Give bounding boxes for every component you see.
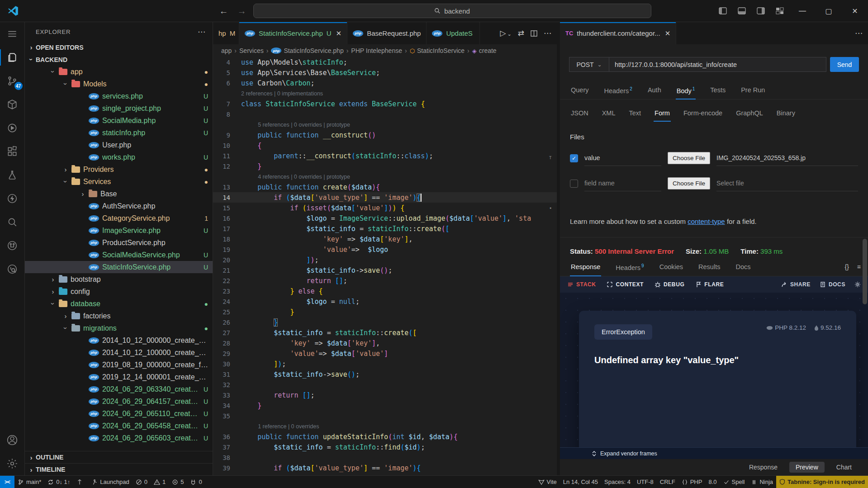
status-item-8.0[interactable]: 8.0 <box>705 476 720 488</box>
tc-tab-close-icon[interactable]: ✕ <box>665 29 671 38</box>
status-item-ln[interactable]: Ln 14, Col 45 <box>560 476 601 488</box>
activity-explorer-icon[interactable] <box>0 46 25 69</box>
tree-file-single-project-php[interactable]: phpsingle_project.phpU <box>25 102 213 114</box>
activity-thunder-client-icon[interactable] <box>0 187 25 210</box>
code-line-23[interactable]: 23 } else { <box>213 286 557 296</box>
url-input[interactable]: http://127.0.0.1:8000/api/static_info/cr… <box>609 57 826 72</box>
status-fork[interactable] <box>73 476 88 488</box>
code-line-16[interactable]: 16 $logo = ImageService::upload_image($d… <box>213 213 557 223</box>
breadcrumb-item[interactable]: ◈create <box>472 47 497 54</box>
code-line-15[interactable]: 15 if (isset($data['value'])) { <box>213 203 557 213</box>
tree-file-staticinfoservice-php[interactable]: phpStaticInfoService.phpU <box>25 261 213 273</box>
body-tab-form-encode[interactable]: Form-encode <box>683 106 723 121</box>
code-line-38[interactable]: 38 <box>213 452 557 463</box>
tree-file-2014-10-12-100000-create-password-res-[interactable]: php2014_10_12_100000_create_password_res… <box>25 346 213 359</box>
tree-folder-app[interactable]: ›app● <box>25 66 213 78</box>
status-branch-main*[interactable]: main* <box>14 476 44 488</box>
code-line-39[interactable]: 39 if ($data['value_type'] == 'image'){ <box>213 463 557 473</box>
method-select[interactable]: POST⌄ <box>569 57 609 72</box>
code-inlay-hint[interactable]: 1 reference | 0 overrides <box>213 421 557 431</box>
code-editor[interactable]: T▪ 4use App\Models\staticInfo;5use App\S… <box>213 57 557 475</box>
code-inlay-hint[interactable]: 4 references | 0 overrides | prototype <box>213 171 557 182</box>
breadcrumb-item[interactable]: Services <box>239 47 264 54</box>
tree-file-2024-06-29-065110-create-services-[interactable]: php2024_06_29_065110_create_services_...… <box>25 407 213 420</box>
section-outline[interactable]: ›OUTLINE <box>25 451 213 463</box>
status-run-person-launchpad[interactable]: Launchpad <box>88 476 132 488</box>
ignition-gear-icon[interactable] <box>854 281 861 288</box>
code-line-20[interactable]: 20 ]); <box>213 255 557 265</box>
field-name-input[interactable]: field name <box>584 176 661 191</box>
code-line-13[interactable]: 13 public function create($data){ <box>213 182 557 192</box>
send-button[interactable]: Send <box>830 57 859 72</box>
tab-close-icon[interactable]: ✕ <box>336 29 342 38</box>
status-vite-vite[interactable]: Vite <box>535 476 560 488</box>
code-line-36[interactable]: 36 public function updateStaticInfo(int … <box>213 431 557 442</box>
code-line-26[interactable]: 26 } <box>213 317 557 327</box>
tree-file-2014-10-12-000000-create-users-table-p-[interactable]: php2014_10_12_000000_create_users_table.… <box>25 334 213 346</box>
breadcrumb-item[interactable]: app <box>221 47 232 54</box>
checkbox[interactable]: ✓ <box>570 154 578 162</box>
code-line-34[interactable]: 34 } <box>213 400 557 411</box>
body-tab-json[interactable]: JSON <box>570 106 589 121</box>
explorer-more-icon[interactable]: ⋯ <box>198 27 206 37</box>
activity-source-control-icon[interactable]: 47 <box>0 69 25 93</box>
scrollbar-thumb[interactable] <box>863 239 867 304</box>
res-tab-docs[interactable]: Docs <box>735 260 751 276</box>
status-shield-tabnine[interactable]: Tabnine: Sign-in is required <box>776 476 868 488</box>
status-error-0[interactable]: 0 <box>133 476 151 488</box>
activity-database-icon[interactable] <box>0 234 25 257</box>
tree-file-categoryservice-php[interactable]: phpCategoryService.php1 <box>25 212 213 224</box>
code-line-25[interactable]: 25 } <box>213 307 557 317</box>
tree-folder-database[interactable]: ›database● <box>25 298 213 310</box>
tree-file-user-php[interactable]: phpUser.php <box>25 139 213 151</box>
status-remote-><[interactable]: >< <box>0 476 14 488</box>
ignition-docs[interactable]: DOCS <box>820 281 845 288</box>
section-project[interactable]: ›BACKEND <box>25 53 213 66</box>
split-editor-icon[interactable] <box>531 30 537 37</box>
status-item-spaces[interactable]: Spaces: 4 <box>601 476 634 488</box>
activity-extensions-icon[interactable] <box>0 140 25 163</box>
choose-file-button[interactable]: Choose File <box>668 152 710 164</box>
tree-file-2024-06-29-065458-create-infos-ta-[interactable]: php2024_06_29_065458_create_infos_ta...U <box>25 420 213 432</box>
code-line-24[interactable]: 24 $logo = null; <box>213 296 557 307</box>
code-line-22[interactable]: 22 return []; <box>213 275 557 286</box>
status-check-spell[interactable]: Spell <box>720 476 748 488</box>
activity-watch-icon[interactable] <box>0 257 25 281</box>
field-name-input[interactable]: value <box>584 151 661 166</box>
code-line-14[interactable]: 14 if ($data['value_type'] == 'image'){ <box>213 192 557 203</box>
tree-file-socialmediaservice-php[interactable]: phpSocialMediaService.phpU <box>25 249 213 261</box>
nav-back-icon[interactable]: ← <box>217 6 231 16</box>
expand-vendor-frames[interactable]: Expand vendor frames <box>560 447 868 459</box>
tab-hp[interactable]: hpM <box>213 22 239 44</box>
code-line-17[interactable]: 17 $static_info = staticInfo::create([ <box>213 223 557 234</box>
code-line-30[interactable]: 30 ]); <box>213 359 557 369</box>
breadcrumb-item[interactable]: ⬡StaticInfoService <box>410 47 465 54</box>
code-inlay-hint[interactable]: 2 references | 0 implementations <box>213 88 557 99</box>
preview-tab-preview[interactable]: Preview <box>789 462 825 473</box>
activity-debug-icon[interactable] <box>0 116 25 140</box>
code-line-21[interactable]: 21 $static_info->save(); <box>213 265 557 275</box>
activity-settings-icon[interactable] <box>0 452 25 475</box>
tab-updates[interactable]: phpUpdateS <box>427 22 480 44</box>
status-item-utf-8[interactable]: UTF-8 <box>634 476 657 488</box>
editor-more-icon[interactable]: ⋯ <box>544 28 551 38</box>
body-tab-xml[interactable]: XML <box>601 106 617 121</box>
ignition-flare[interactable]: FLARE <box>695 281 724 288</box>
code-inlay-hint[interactable]: 5 references | 0 overrides | prototype <box>213 119 557 130</box>
tree-folder-config[interactable]: ›config <box>25 285 213 298</box>
tree-file-2019-12-14-000001-create-personal-acc-[interactable]: php2019_12_14_000001_create_personal_acc… <box>25 371 213 383</box>
code-line-28[interactable]: 28 'key' => $data['key'], <box>213 338 557 348</box>
ignition-share[interactable]: SHARE <box>781 281 811 288</box>
tc-more-icon[interactable]: ⋯ <box>855 28 863 38</box>
status-plug-0[interactable]: 0 <box>187 476 205 488</box>
tree-file-2024-06-29-065603-create-works-ta-[interactable]: php2024_06_29_065603_create_works_ta...U <box>25 432 213 444</box>
code-line-33[interactable]: 33 return []; <box>213 390 557 400</box>
activity-menu-icon[interactable] <box>0 22 25 46</box>
code-line-29[interactable]: 29 'value'=> $data['value'] <box>213 348 557 359</box>
tree-folder-models[interactable]: ›Models● <box>25 78 213 90</box>
file-value[interactable]: IMG_20240524_202553_658.jp <box>716 151 858 166</box>
tree-file-services-php[interactable]: phpservices.phpU <box>25 90 213 102</box>
res-tab-results[interactable]: Results <box>697 260 721 276</box>
content-type-link[interactable]: content-type <box>688 218 725 225</box>
ignition-context[interactable]: CONTEXT <box>607 281 644 288</box>
